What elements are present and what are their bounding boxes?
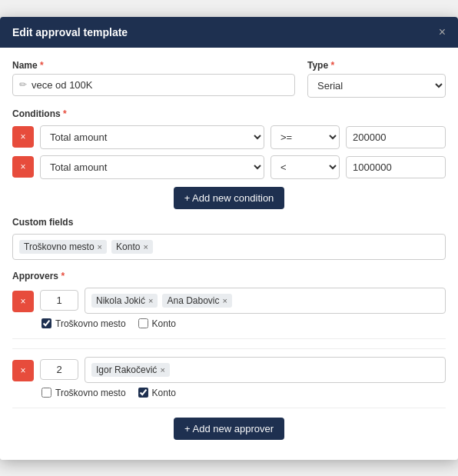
modal-body: Name * ✏ Type * Serial Parallel Conditio… <box>0 48 458 460</box>
remove-approver-2-tag-1-button[interactable]: × <box>160 365 164 374</box>
approver-divider <box>12 348 446 349</box>
custom-field-tag-2-label: Konto <box>116 241 140 252</box>
name-group: Name * ✏ <box>12 60 295 98</box>
approver-2-tag-1: Igor Rakočević × <box>91 363 170 377</box>
approver-1-tag-2-label: Ana Dabovic <box>167 295 219 306</box>
approver-2-tag-1-label: Igor Rakočević <box>96 364 157 375</box>
approver-1-tags[interactable]: Nikola Jokić × Ana Dabovic × <box>85 288 446 314</box>
edit-approval-modal: Edit approval template × Name * ✏ Type *… <box>0 17 458 460</box>
condition-1-operator-select[interactable]: >= <= > < = != <box>270 125 340 149</box>
approver-2-checkbox-1[interactable]: Troškovno mesto <box>41 388 126 398</box>
remove-custom-field-1-button[interactable]: × <box>98 242 102 251</box>
custom-fields-tags-input[interactable]: Troškovno mesto × Konto × <box>12 234 446 260</box>
approver-2-checkbox-1-input[interactable] <box>41 388 51 398</box>
approver-row-1: × Nikola Jokić × Ana Dabovic × <box>12 288 446 339</box>
name-input[interactable] <box>32 75 288 95</box>
approver-1-content: Nikola Jokić × Ana Dabovic × T <box>40 288 446 329</box>
approver-1-checkbox-1[interactable]: Troškovno mesto <box>41 318 126 329</box>
approvers-section: Approvers * × Nikola Jokić × An <box>12 271 446 440</box>
approver-1-top: Nikola Jokić × Ana Dabovic × <box>40 288 446 314</box>
approver-1-checkbox-2-label: Konto <box>152 318 176 329</box>
name-type-row: Name * ✏ Type * Serial Parallel <box>12 60 446 98</box>
approver-1-tag-2: Ana Dabovic × <box>162 294 231 308</box>
approver-1-checkbox-2[interactable]: Konto <box>138 318 176 329</box>
add-approver-button[interactable]: + Add new approver <box>174 418 284 440</box>
approver-1-tag-1: Nikola Jokić × <box>91 294 158 308</box>
approver-1-tag-1-label: Nikola Jokić <box>96 295 145 306</box>
approver-1-checkbox-2-input[interactable] <box>138 318 148 328</box>
approver-2-checkbox-2[interactable]: Konto <box>138 388 176 398</box>
condition-2-field-select[interactable]: Total amount Net amount Tax amount <box>40 155 264 179</box>
custom-field-tag-1: Troškovno mesto × <box>19 240 107 254</box>
approver-2-content: Igor Rakočević × Troškovno mesto Kont <box>40 357 446 398</box>
approver-1-checkbox-1-label: Troškovno mesto <box>55 318 126 329</box>
approver-2-checkbox-2-input[interactable] <box>138 388 148 398</box>
approver-1-number-input[interactable] <box>40 290 78 311</box>
type-label: Type * <box>307 60 446 71</box>
condition-2-value-input[interactable] <box>346 156 446 178</box>
approver-2-tags[interactable]: Igor Rakočević × <box>85 357 446 383</box>
custom-fields-section: Custom fields Troškovno mesto × Konto × <box>12 217 446 260</box>
type-select[interactable]: Serial Parallel <box>307 74 446 98</box>
condition-1-value-input[interactable] <box>346 126 446 148</box>
remove-approver-2-button[interactable]: × <box>12 360 34 381</box>
edit-icon: ✏ <box>19 79 27 90</box>
modal-title: Edit approval template <box>12 26 128 38</box>
remove-approver-1-button[interactable]: × <box>12 291 34 312</box>
approver-2-checkbox-1-label: Troškovno mesto <box>55 388 126 398</box>
modal-close-button[interactable]: × <box>439 26 446 38</box>
name-label: Name * <box>12 60 295 71</box>
modal-header: Edit approval template × <box>0 17 458 48</box>
custom-field-tag-2: Konto × <box>111 240 153 254</box>
approver-2-top: Igor Rakočević × <box>40 357 446 383</box>
remove-condition-1-button[interactable]: × <box>12 126 34 148</box>
approvers-label: Approvers * <box>12 271 446 281</box>
condition-row-2: × Total amount Net amount Tax amount >= … <box>12 155 446 179</box>
remove-approver-1-tag-1-button[interactable]: × <box>148 296 153 305</box>
add-condition-button[interactable]: + Add new condition <box>174 187 285 209</box>
remove-custom-field-2-button[interactable]: × <box>143 242 148 251</box>
approver-2-number-input[interactable] <box>40 359 78 380</box>
type-group: Type * Serial Parallel <box>307 60 446 98</box>
custom-field-tag-1-label: Troškovno mesto <box>24 241 95 252</box>
remove-condition-2-button[interactable]: × <box>12 156 34 178</box>
approver-1-checkboxes: Troškovno mesto Konto <box>40 318 446 329</box>
name-input-wrapper: ✏ <box>12 74 295 96</box>
remove-approver-1-tag-2-button[interactable]: × <box>223 296 227 305</box>
approver-1-checkbox-1-input[interactable] <box>41 318 51 328</box>
condition-1-field-select[interactable]: Total amount Net amount Tax amount <box>40 125 264 149</box>
condition-2-operator-select[interactable]: >= <= > < = != <box>270 155 340 179</box>
approver-row-2: × Igor Rakočević × <box>12 357 446 408</box>
condition-row-1: × Total amount Net amount Tax amount >= … <box>12 125 446 149</box>
conditions-label: Conditions * <box>12 108 446 119</box>
approver-2-checkbox-2-label: Konto <box>152 388 176 398</box>
custom-fields-label: Custom fields <box>12 217 446 228</box>
approver-2-checkboxes: Troškovno mesto Konto <box>40 388 446 398</box>
